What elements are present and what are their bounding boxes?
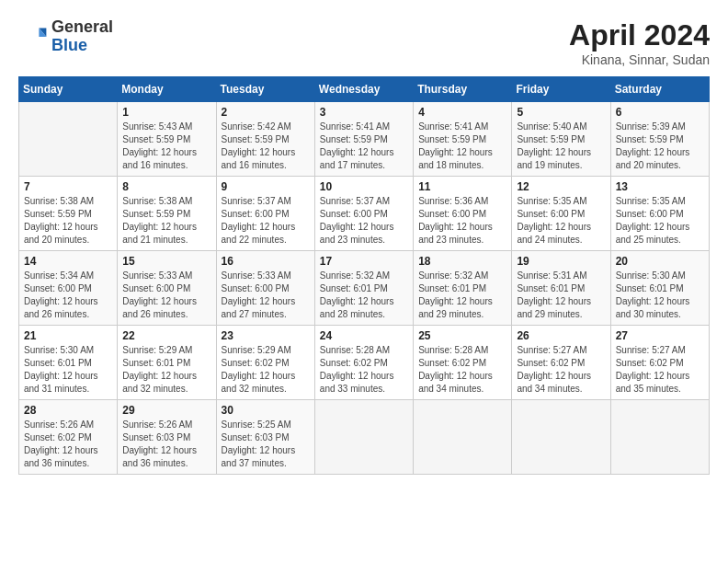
day-cell: 6Sunrise: 5:39 AM Sunset: 5:59 PM Daylig… [610,102,709,177]
day-number: 7 [24,180,112,193]
week-row-3: 21Sunrise: 5:30 AM Sunset: 6:01 PM Dayli… [19,326,710,400]
day-detail: Sunrise: 5:42 AM Sunset: 5:59 PM Dayligh… [222,121,310,172]
day-detail: Sunrise: 5:27 AM Sunset: 6:02 PM Dayligh… [616,344,704,396]
column-header-thursday: Thursday [414,77,512,102]
day-cell: 16Sunrise: 5:33 AM Sunset: 6:00 PM Dayli… [216,251,314,326]
day-number: 30 [222,404,310,417]
day-cell: 10Sunrise: 5:37 AM Sunset: 6:00 PM Dayli… [314,177,413,251]
day-detail: Sunrise: 5:37 AM Sunset: 6:00 PM Dayligh… [320,195,408,247]
day-number: 5 [517,106,605,119]
day-detail: Sunrise: 5:34 AM Sunset: 6:00 PM Dayligh… [24,270,112,321]
day-number: 2 [222,106,310,119]
logo: General Blue [18,18,113,55]
day-number: 20 [616,255,704,268]
week-row-2: 14Sunrise: 5:34 AM Sunset: 6:00 PM Dayli… [19,251,710,326]
day-number: 11 [418,180,506,193]
day-cell: 13Sunrise: 5:35 AM Sunset: 6:00 PM Dayli… [610,177,709,251]
day-cell: 5Sunrise: 5:40 AM Sunset: 5:59 PM Daylig… [512,102,610,177]
day-detail: Sunrise: 5:35 AM Sunset: 6:00 PM Dayligh… [517,195,605,247]
column-header-monday: Monday [118,77,216,102]
day-detail: Sunrise: 5:41 AM Sunset: 5:59 PM Dayligh… [320,121,408,172]
day-number: 15 [122,255,210,268]
day-detail: Sunrise: 5:38 AM Sunset: 5:59 PM Dayligh… [122,195,210,247]
calendar-table: SundayMondayTuesdayWednesdayThursdayFrid… [18,76,710,475]
day-number: 18 [418,255,506,268]
day-cell: 2Sunrise: 5:42 AM Sunset: 5:59 PM Daylig… [216,102,314,177]
day-number: 1 [122,106,210,119]
day-number: 8 [122,180,210,193]
day-cell: 17Sunrise: 5:32 AM Sunset: 6:01 PM Dayli… [314,251,413,326]
day-number: 24 [320,329,408,342]
logo-icon [18,22,48,52]
day-number: 19 [517,255,605,268]
day-number: 13 [616,180,704,193]
logo-text: General Blue [51,18,113,55]
day-cell: 11Sunrise: 5:36 AM Sunset: 6:00 PM Dayli… [414,177,512,251]
day-cell: 7Sunrise: 5:38 AM Sunset: 5:59 PM Daylig… [19,177,118,251]
day-cell: 8Sunrise: 5:38 AM Sunset: 5:59 PM Daylig… [118,177,216,251]
day-cell [414,400,512,475]
column-header-sunday: Sunday [19,77,118,102]
day-number: 14 [24,255,112,268]
day-detail: Sunrise: 5:35 AM Sunset: 6:00 PM Dayligh… [616,195,704,247]
day-number: 27 [616,329,704,342]
day-number: 17 [320,255,408,268]
day-number: 3 [320,106,408,119]
calendar-header-row: SundayMondayTuesdayWednesdayThursdayFrid… [19,77,710,102]
day-number: 26 [517,329,605,342]
day-detail: Sunrise: 5:26 AM Sunset: 6:03 PM Dayligh… [122,419,210,470]
day-detail: Sunrise: 5:33 AM Sunset: 6:00 PM Dayligh… [222,270,310,321]
day-cell: 9Sunrise: 5:37 AM Sunset: 6:00 PM Daylig… [216,177,314,251]
day-detail: Sunrise: 5:33 AM Sunset: 6:00 PM Dayligh… [122,270,210,321]
title-block: April 2024 Kinana, Sinnar, Sudan [569,18,710,67]
day-number: 6 [616,106,704,119]
day-number: 4 [418,106,506,119]
day-number: 16 [222,255,310,268]
month-title: April 2024 [569,18,710,52]
day-number: 23 [222,329,310,342]
day-cell: 25Sunrise: 5:28 AM Sunset: 6:02 PM Dayli… [414,326,512,400]
day-cell: 26Sunrise: 5:27 AM Sunset: 6:02 PM Dayli… [512,326,610,400]
day-cell: 24Sunrise: 5:28 AM Sunset: 6:02 PM Dayli… [314,326,413,400]
day-cell: 23Sunrise: 5:29 AM Sunset: 6:02 PM Dayli… [216,326,314,400]
day-cell: 1Sunrise: 5:43 AM Sunset: 5:59 PM Daylig… [118,102,216,177]
day-detail: Sunrise: 5:40 AM Sunset: 5:59 PM Dayligh… [517,121,605,172]
day-detail: Sunrise: 5:26 AM Sunset: 6:02 PM Dayligh… [24,419,112,470]
day-cell: 15Sunrise: 5:33 AM Sunset: 6:00 PM Dayli… [118,251,216,326]
week-row-1: 7Sunrise: 5:38 AM Sunset: 5:59 PM Daylig… [19,177,710,251]
day-number: 9 [222,180,310,193]
day-number: 22 [122,329,210,342]
column-header-friday: Friday [512,77,610,102]
week-row-4: 28Sunrise: 5:26 AM Sunset: 6:02 PM Dayli… [19,400,710,475]
day-cell: 18Sunrise: 5:32 AM Sunset: 6:01 PM Dayli… [414,251,512,326]
day-detail: Sunrise: 5:30 AM Sunset: 6:01 PM Dayligh… [24,344,112,396]
day-number: 12 [517,180,605,193]
day-cell: 14Sunrise: 5:34 AM Sunset: 6:00 PM Dayli… [19,251,118,326]
day-cell: 4Sunrise: 5:41 AM Sunset: 5:59 PM Daylig… [414,102,512,177]
day-detail: Sunrise: 5:28 AM Sunset: 6:02 PM Dayligh… [320,344,408,396]
week-row-0: 1Sunrise: 5:43 AM Sunset: 5:59 PM Daylig… [19,102,710,177]
day-detail: Sunrise: 5:29 AM Sunset: 6:01 PM Dayligh… [122,344,210,396]
day-cell: 3Sunrise: 5:41 AM Sunset: 5:59 PM Daylig… [314,102,413,177]
day-detail: Sunrise: 5:27 AM Sunset: 6:02 PM Dayligh… [517,344,605,396]
column-header-wednesday: Wednesday [314,77,413,102]
day-number: 25 [418,329,506,342]
day-detail: Sunrise: 5:43 AM Sunset: 5:59 PM Dayligh… [122,121,210,172]
day-cell: 22Sunrise: 5:29 AM Sunset: 6:01 PM Dayli… [118,326,216,400]
day-cell: 12Sunrise: 5:35 AM Sunset: 6:00 PM Dayli… [512,177,610,251]
day-detail: Sunrise: 5:28 AM Sunset: 6:02 PM Dayligh… [418,344,506,396]
column-header-tuesday: Tuesday [216,77,314,102]
column-header-saturday: Saturday [610,77,709,102]
day-detail: Sunrise: 5:31 AM Sunset: 6:01 PM Dayligh… [517,270,605,321]
day-detail: Sunrise: 5:29 AM Sunset: 6:02 PM Dayligh… [222,344,310,396]
day-cell: 19Sunrise: 5:31 AM Sunset: 6:01 PM Dayli… [512,251,610,326]
day-cell: 28Sunrise: 5:26 AM Sunset: 6:02 PM Dayli… [19,400,118,475]
day-detail: Sunrise: 5:30 AM Sunset: 6:01 PM Dayligh… [616,270,704,321]
day-number: 28 [24,404,112,417]
logo-general: General [51,17,113,36]
day-cell [610,400,709,475]
day-detail: Sunrise: 5:37 AM Sunset: 6:00 PM Dayligh… [222,195,310,247]
day-cell: 29Sunrise: 5:26 AM Sunset: 6:03 PM Dayli… [118,400,216,475]
day-cell [314,400,413,475]
day-cell: 20Sunrise: 5:30 AM Sunset: 6:01 PM Dayli… [610,251,709,326]
